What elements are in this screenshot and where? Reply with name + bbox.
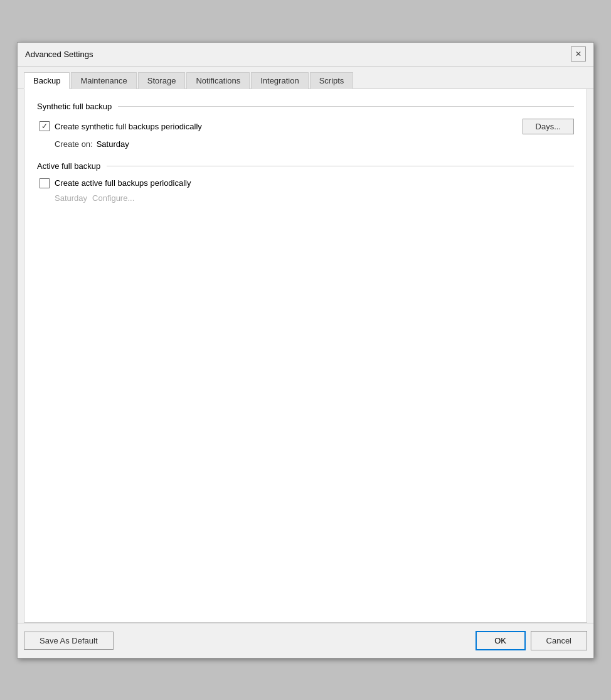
tab-scripts[interactable]: Scripts bbox=[310, 72, 354, 89]
active-section-title: Active full backup bbox=[37, 161, 100, 171]
tabs-container: Backup Maintenance Storage Notifications… bbox=[18, 67, 593, 89]
synthetic-section-title: Synthetic full backup bbox=[37, 102, 112, 111]
active-full-backup-section: Active full backup Create active full ba… bbox=[37, 161, 574, 203]
footer: Save As Default OK Cancel bbox=[18, 623, 593, 658]
advanced-settings-dialog: Advanced Settings ✕ Backup Maintenance S… bbox=[17, 42, 594, 659]
days-button[interactable]: Days... bbox=[523, 119, 574, 134]
ok-button[interactable]: OK bbox=[476, 631, 526, 650]
tab-notifications[interactable]: Notifications bbox=[186, 72, 250, 89]
content-area: Synthetic full backup Create synthetic f… bbox=[24, 89, 587, 623]
active-checkbox-row: Create active full backups periodically bbox=[37, 178, 574, 188]
dialog-title: Advanced Settings bbox=[25, 50, 93, 59]
active-full-checkbox[interactable] bbox=[40, 178, 50, 188]
tab-storage[interactable]: Storage bbox=[138, 72, 186, 89]
synthetic-full-backup-section: Synthetic full backup Create synthetic f… bbox=[37, 102, 574, 149]
synthetic-full-checkbox[interactable] bbox=[40, 121, 50, 131]
cancel-button[interactable]: Cancel bbox=[531, 631, 587, 650]
synthetic-checkbox-left: Create synthetic full backups periodical… bbox=[40, 121, 202, 131]
configure-row: Saturday Configure... bbox=[37, 193, 574, 203]
synthetic-checkbox-label: Create synthetic full backups periodical… bbox=[55, 122, 202, 131]
close-button[interactable]: ✕ bbox=[571, 46, 586, 62]
active-checkbox-label: Create active full backups periodically bbox=[55, 178, 191, 188]
create-on-row: Create on: Saturday bbox=[37, 139, 574, 149]
active-section-header: Active full backup bbox=[37, 161, 574, 171]
synthetic-checkbox-wrapper[interactable]: Create synthetic full backups periodical… bbox=[40, 121, 202, 131]
synthetic-section-line bbox=[118, 106, 574, 107]
synthetic-section-header: Synthetic full backup bbox=[37, 102, 574, 111]
create-on-label: Create on: bbox=[55, 139, 93, 149]
title-bar: Advanced Settings ✕ bbox=[18, 43, 593, 67]
tab-maintenance[interactable]: Maintenance bbox=[71, 72, 136, 89]
save-as-default-button[interactable]: Save As Default bbox=[24, 632, 114, 650]
tab-backup[interactable]: Backup bbox=[24, 72, 70, 89]
configure-link[interactable]: Configure... bbox=[92, 193, 134, 203]
synthetic-checkbox-row: Create synthetic full backups periodical… bbox=[37, 119, 574, 134]
create-on-value: Saturday bbox=[97, 139, 129, 149]
tab-integration[interactable]: Integration bbox=[251, 72, 308, 89]
configure-day: Saturday bbox=[55, 193, 87, 203]
active-checkbox-wrapper[interactable]: Create active full backups periodically bbox=[40, 178, 191, 188]
active-section-line bbox=[107, 166, 574, 166]
footer-right-buttons: OK Cancel bbox=[476, 631, 587, 650]
